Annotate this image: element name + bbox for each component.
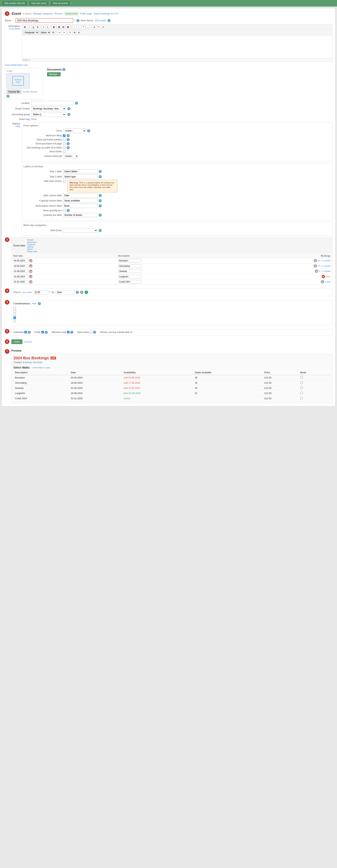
public-page-link[interactable]: Public page: [80, 12, 92, 15]
indent-btn[interactable]: →: [72, 25, 76, 29]
price-less-detail[interactable]: Less detail: [22, 291, 32, 293]
format-btn[interactable]: ∂: [101, 25, 105, 29]
desc-input-0[interactable]: [118, 259, 141, 262]
ticket-msg-show[interactable]: Show: [31, 118, 37, 121]
preview-book-check-0[interactable]: [300, 376, 303, 379]
past-dates-link[interactable]: - show dates in past: [31, 366, 50, 369]
email-info-icon[interactable]: ?: [67, 107, 70, 110]
preview-book-check-4[interactable]: [300, 397, 303, 399]
hide-date-checkbox[interactable]: [63, 180, 66, 183]
styles-select[interactable]: Styles: [39, 31, 50, 34]
open-event-checkbox[interactable]: [90, 331, 92, 333]
export-csv-link[interactable]: Export bookings as CSV: [94, 12, 119, 15]
date-input-0[interactable]: [13, 259, 28, 262]
capacity-link[interactable]: Capacity: [27, 243, 37, 246]
accounting-info-icon[interactable]: ?: [67, 113, 70, 116]
strikethrough-btn[interactable]: S: [36, 25, 39, 29]
align-right-btn[interactable]: ▧: [61, 25, 65, 29]
bookings-link-1[interactable]: 15 + 4 unpaid: [317, 265, 331, 267]
align-center-btn[interactable]: ◨: [57, 25, 61, 29]
date-input-1[interactable]: [13, 264, 28, 268]
image-info-icon[interactable]: ?: [6, 95, 10, 98]
simple-link[interactable]: Simple: [27, 239, 37, 241]
status-btn-0[interactable]: ●: [313, 259, 317, 262]
bookings-link-0[interactable]: 20 + 3 unpaid: [317, 259, 331, 262]
show-qty-checkbox[interactable]: [63, 209, 65, 212]
combo-check-3[interactable]: [13, 313, 16, 316]
bg-color-btn[interactable]: ✏: [97, 25, 101, 29]
italic-btn[interactable]: I: [27, 25, 31, 29]
step1-info-icon[interactable]: ?: [99, 170, 102, 173]
ordered-list-btn[interactable]: 1.: [46, 25, 50, 29]
name-input[interactable]: [15, 18, 73, 23]
date-cal-0[interactable]: 📅: [29, 259, 32, 262]
preview-book-check-1[interactable]: [300, 381, 303, 384]
status-btn-1[interactable]: ●: [313, 264, 317, 268]
desc-input-4[interactable]: [118, 280, 141, 283]
table-btn[interactable]: ⊟: [77, 31, 81, 34]
align-tools-btn[interactable]: ⊞: [72, 31, 76, 34]
next-event-select[interactable]: [63, 228, 98, 233]
send-tickets-checkbox[interactable]: [63, 150, 65, 153]
combo-check-5[interactable]: [13, 320, 16, 322]
font-color-btn[interactable]: A: [93, 25, 96, 29]
bookings-link-2[interactable]: 5 + 2 unpaid: [319, 270, 331, 272]
open-event-info-icon[interactable]: ?: [93, 331, 96, 334]
show-qty-info-icon[interactable]: ?: [67, 209, 70, 212]
less-detail-link[interactable]: Less detail: [5, 27, 20, 30]
capacity-col-info-icon[interactable]: ?: [99, 199, 102, 202]
sort-bookings-checkbox[interactable]: [63, 147, 65, 149]
show-full-info-icon[interactable]: ?: [67, 142, 70, 145]
manage-categories-link[interactable]: Manage categories: [33, 12, 53, 15]
members-checkbox[interactable]: [67, 331, 69, 333]
status-btn-3[interactable]: ●: [322, 275, 325, 278]
preview-book-check-3[interactable]: [300, 392, 303, 394]
view-all-events-link[interactable]: View all events: [50, 1, 70, 5]
choose-file-btn[interactable]: Choose file: [6, 90, 22, 94]
combo-check-2[interactable]: [13, 310, 16, 312]
combinations-hide-link[interactable]: Hide: [32, 302, 36, 305]
short-name-value[interactable]: 2024-walks: [95, 19, 106, 22]
capacity-col-input[interactable]: [63, 198, 98, 203]
date-col-info-icon[interactable]: ?: [99, 194, 102, 197]
next-event-info-icon[interactable]: ?: [99, 229, 102, 232]
location-info-icon[interactable]: ?: [75, 101, 78, 105]
dates-link[interactable]: Dates: [27, 248, 37, 250]
price-info-icon[interactable]: ?: [76, 291, 79, 294]
price-input[interactable]: [33, 290, 48, 294]
special-char-btn[interactable]: Æ: [51, 31, 56, 34]
paragraph-select[interactable]: Paragraph: [23, 31, 39, 34]
combinations-info-icon[interactable]: ?: [38, 302, 41, 305]
published-checkbox[interactable]: [24, 331, 27, 333]
book-places-input[interactable]: [63, 204, 98, 208]
align-left-btn[interactable]: ◧: [52, 25, 56, 29]
date-input-2[interactable]: [13, 270, 28, 273]
date-input-4[interactable]: [13, 280, 28, 283]
advanced-link[interactable]: Advanced: [27, 241, 37, 243]
remove-link[interactable]: Remove: [54, 12, 63, 15]
options-hide-link[interactable]: Hide: [5, 125, 20, 128]
status-btn-2[interactable]: ●: [315, 270, 318, 273]
combo-check-4[interactable]: [13, 316, 16, 319]
desc-input-2[interactable]: [118, 270, 141, 273]
location-input[interactable]: [31, 101, 73, 105]
email-select[interactable]: Bookings Secretary <boo: [31, 106, 66, 111]
selling-link[interactable]: Selling: [27, 246, 37, 248]
redo-btn[interactable]: ↪: [62, 31, 66, 34]
date-cal-2[interactable]: 📅: [29, 270, 32, 273]
accounting-select[interactable]: Walks (): [31, 112, 66, 117]
outdent-btn[interactable]: ←: [77, 25, 81, 29]
form-select[interactable]: <none>: [63, 128, 86, 133]
date-cal-1[interactable]: 📅: [29, 264, 32, 268]
edit-source-btn[interactable]: ✎: [68, 31, 72, 34]
save-btn[interactable]: Save: [11, 339, 23, 344]
qty-box-info-icon[interactable]: ?: [99, 214, 102, 217]
undo-btn[interactable]: ↩: [58, 31, 62, 34]
form-info-icon[interactable]: ?: [87, 129, 90, 132]
custom-ticket-select[interactable]: <none>: [63, 154, 78, 158]
desc-input-3[interactable]: [118, 275, 141, 278]
preview-book-check-2[interactable]: [300, 386, 303, 389]
blockquote-btn[interactable]: ❝: [82, 25, 86, 29]
name-info-icon[interactable]: ?: [76, 19, 79, 22]
date-input-3[interactable]: [13, 275, 28, 278]
